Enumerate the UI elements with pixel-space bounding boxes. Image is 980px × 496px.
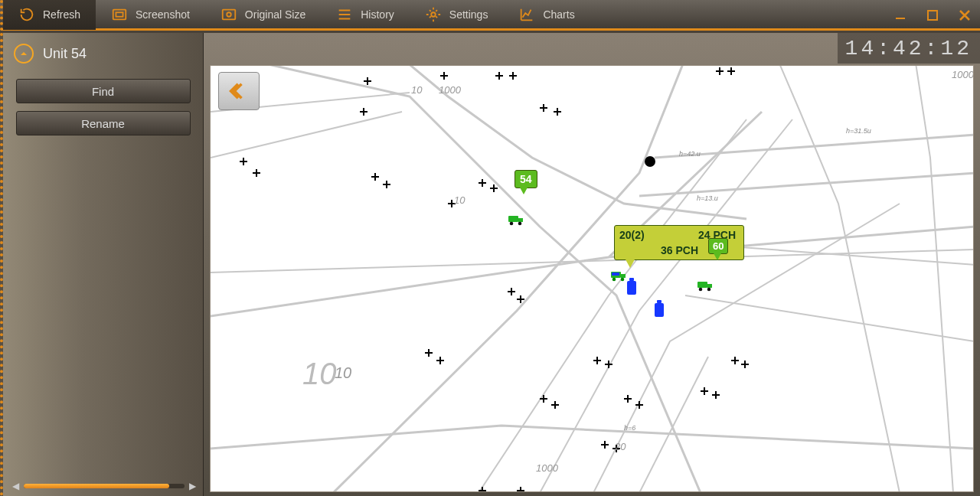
map-tick <box>509 72 517 80</box>
map-tick <box>240 158 247 165</box>
maximize-button[interactable] <box>925 8 940 23</box>
svg-rect-2 <box>223 9 236 19</box>
map-tick <box>495 72 503 80</box>
chart-icon <box>518 6 535 23</box>
history-button[interactable]: History <box>321 0 410 30</box>
history-icon <box>336 6 353 23</box>
map-canvas[interactable]: 10 1000 10 1000 1000 10 10 20 h=31.5u h=… <box>210 65 974 492</box>
gear-icon <box>425 6 442 23</box>
map-label: 1000 <box>536 462 558 474</box>
map-label: 20 <box>615 441 626 452</box>
refresh-icon <box>18 6 35 23</box>
close-button[interactable] <box>957 8 972 23</box>
svg-point-9 <box>518 222 522 226</box>
rename-label: Rename <box>81 117 125 130</box>
pager-track[interactable] <box>24 484 185 488</box>
map-tick <box>479 487 486 492</box>
map-tick <box>554 108 561 116</box>
map-tick <box>517 295 524 303</box>
svg-point-8 <box>510 222 514 226</box>
map-tick <box>731 357 739 364</box>
map-tick <box>716 67 724 75</box>
window-controls <box>893 0 972 31</box>
find-label: Find <box>92 85 114 98</box>
map-tick <box>479 179 486 187</box>
map-tick <box>605 361 612 368</box>
screenshot-label: Screenshot <box>136 8 190 21</box>
map-tick <box>360 108 368 116</box>
phone-marker-icon <box>655 303 664 317</box>
svg-point-13 <box>621 278 625 282</box>
main-area: 14:42:12 <box>204 33 980 496</box>
clock-display: 14:42:12 <box>838 33 980 64</box>
map-tick <box>383 181 390 188</box>
map-node-dot <box>645 156 655 167</box>
unit-title: Unit 54 <box>43 46 87 62</box>
marker-60[interactable]: 60 <box>708 238 728 254</box>
unit-header[interactable]: Unit 54 <box>14 44 192 64</box>
map-tick <box>540 104 547 112</box>
height-annot: h=6 <box>624 424 635 432</box>
sidebar-pager: ◀ ▶ <box>12 481 196 491</box>
original-size-label: Original Size <box>245 8 305 21</box>
truck-icon <box>508 214 524 226</box>
cluster-36pch: 36 PCH <box>661 244 698 256</box>
marker-unit54[interactable]: 54 <box>514 170 537 188</box>
pager-right-icon[interactable]: ▶ <box>189 481 196 491</box>
rename-button[interactable]: Rename <box>16 111 191 135</box>
screenshot-button[interactable]: Screenshot <box>96 0 205 30</box>
pager-left-icon[interactable]: ◀ <box>12 481 19 491</box>
map-tick <box>436 357 444 364</box>
svg-rect-1 <box>116 12 122 17</box>
original-size-button[interactable]: Original Size <box>205 0 321 30</box>
svg-rect-5 <box>928 11 937 20</box>
height-annot: h=13.u <box>697 194 718 202</box>
map-tick <box>440 72 448 80</box>
svg-rect-11 <box>621 274 626 278</box>
minimize-button[interactable] <box>893 8 908 23</box>
charts-label: Charts <box>543 8 574 21</box>
svg-rect-7 <box>518 218 523 222</box>
map-tick <box>490 184 498 192</box>
map-tick <box>253 169 260 177</box>
map-label: 10 <box>411 84 422 96</box>
svg-point-4 <box>431 12 436 17</box>
map-tick <box>364 77 371 85</box>
map-label: 1000 <box>952 69 974 80</box>
marker-60-label: 60 <box>713 240 724 252</box>
originalsize-icon <box>220 6 237 23</box>
svg-point-3 <box>227 12 231 17</box>
truck-icon <box>697 279 714 292</box>
svg-point-18 <box>707 288 711 292</box>
settings-button[interactable]: Settings <box>410 0 504 30</box>
map-tick <box>727 67 735 75</box>
history-label: History <box>361 8 394 21</box>
sidebar: Unit 54 Find Rename ◀ ▶ <box>0 33 204 496</box>
map-tick <box>712 391 720 399</box>
cluster-20: 20(2) <box>619 229 645 241</box>
marker-unit54-label: 54 <box>520 173 532 185</box>
toolbar: Refresh Screenshot Original Size History… <box>0 0 980 31</box>
map-label: 1000 <box>439 84 461 96</box>
refresh-label: Refresh <box>43 8 80 21</box>
map-label: 10 <box>335 364 351 382</box>
map-back-button[interactable] <box>218 72 260 110</box>
map-tick <box>540 395 547 403</box>
height-annot: h=42.u <box>679 150 701 158</box>
find-button[interactable]: Find <box>16 79 191 103</box>
phone-marker-icon <box>627 281 636 295</box>
screenshot-icon <box>111 6 128 23</box>
svg-point-12 <box>612 278 616 282</box>
collapse-icon <box>14 44 34 64</box>
map-tick <box>508 288 515 295</box>
svg-rect-0 <box>113 9 126 19</box>
map-tick <box>601 441 609 449</box>
chevron-left-icon <box>228 80 250 102</box>
charts-button[interactable]: Charts <box>503 0 590 30</box>
refresh-button[interactable]: Refresh <box>3 0 96 30</box>
map-tick <box>517 487 524 492</box>
truck-icon <box>610 269 627 282</box>
svg-point-17 <box>699 288 703 292</box>
map-tick <box>635 401 643 409</box>
map-tick <box>741 361 749 368</box>
